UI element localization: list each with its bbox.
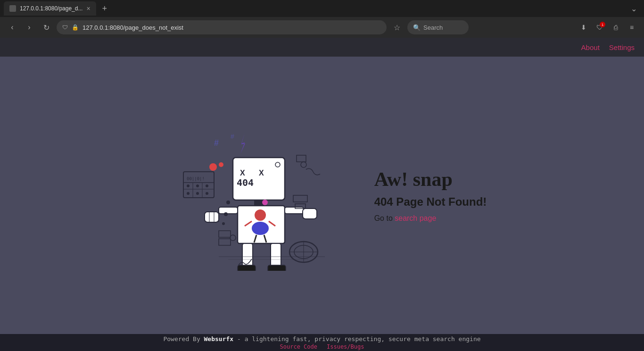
svg-point-13 (196, 184, 199, 187)
svg-rect-35 (285, 207, 304, 214)
nav-actions: ⬇ 🛡 1 ⎙ ≡ (577, 21, 638, 34)
menu-button[interactable]: ≡ (625, 21, 638, 34)
svg-text:X: X (259, 169, 264, 177)
svg-text:404: 404 (237, 177, 254, 188)
content-wrapper: # # 00||0|! (157, 120, 487, 271)
address-bar[interactable]: 🛡 🔒 127.0.0.1:8080/page_does_not_exist (57, 20, 387, 34)
error-title: Aw! snap (374, 168, 487, 191)
tab-list-button[interactable]: ⌄ (627, 2, 640, 15)
brand-name: Websurfx (204, 335, 234, 343)
svg-point-14 (206, 184, 208, 187)
shield-icon: 🛡 (62, 24, 68, 31)
svg-point-4 (209, 163, 217, 171)
svg-text:X: X (240, 169, 245, 177)
svg-rect-36 (303, 209, 317, 219)
browser-chrome: 127.0.0.1:8080/page_d... × + ⌄ ‹ › ↻ 🛡 🔒… (0, 0, 644, 38)
svg-text:#: # (214, 138, 219, 148)
svg-rect-0 (9, 5, 16, 12)
error-desc-prefix: Go to (374, 214, 395, 222)
svg-point-58 (262, 200, 268, 205)
svg-rect-31 (205, 212, 219, 222)
svg-point-16 (196, 192, 199, 195)
reload-button[interactable]: ↻ (40, 21, 53, 34)
powered-by-prefix: Powered By (163, 335, 204, 343)
svg-point-17 (206, 192, 208, 195)
svg-rect-39 (271, 243, 281, 267)
share-button[interactable]: ⎙ (609, 21, 622, 34)
error-text: Aw! snap 404 Page Not Found! Go to searc… (374, 168, 487, 223)
extension-button[interactable]: 🛡 1 (593, 21, 606, 34)
tab-bar: 127.0.0.1:8080/page_d... × + ⌄ (0, 0, 644, 17)
robot-svg: # # 00||0|! (157, 120, 337, 271)
svg-rect-42 (297, 155, 306, 162)
svg-rect-30 (219, 207, 238, 214)
settings-link[interactable]: Settings (609, 43, 635, 51)
search-text: Search (423, 24, 443, 31)
error-subtitle: 404 Page Not Found! (374, 195, 487, 209)
extension-badge: 1 (600, 22, 605, 27)
address-host: 127.0.0.1:8080/page_does_not_exist (83, 24, 183, 31)
search-page-link[interactable]: search page (395, 214, 436, 222)
address-text: 127.0.0.1:8080/page_does_not_exist (83, 24, 381, 31)
svg-point-45 (222, 222, 225, 225)
footer-line2: Source Code Issues/Bugs (280, 343, 364, 350)
svg-point-12 (187, 184, 190, 187)
svg-rect-54 (293, 195, 307, 202)
search-icon: 🔍 (413, 24, 421, 31)
tab-favicon-icon (9, 5, 16, 12)
forward-button[interactable]: › (23, 21, 36, 34)
footer: Powered By Websurfx - a lightening fast,… (0, 334, 644, 351)
svg-point-15 (187, 192, 190, 195)
footer-line1: Powered By Websurfx - a lightening fast,… (163, 335, 480, 343)
svg-rect-51 (219, 239, 231, 245)
svg-rect-40 (268, 265, 286, 271)
svg-rect-38 (238, 265, 256, 271)
tab-close-button[interactable]: × (86, 5, 90, 12)
svg-point-41 (301, 162, 306, 167)
issues-bugs-link[interactable]: Issues/Bugs (327, 343, 364, 350)
svg-point-5 (219, 162, 223, 167)
svg-point-24 (255, 209, 266, 221)
main-content: # # 00||0|! (0, 57, 644, 334)
svg-point-44 (224, 212, 228, 216)
about-link[interactable]: About (581, 43, 600, 51)
svg-text:#: # (231, 133, 234, 140)
svg-point-43 (226, 201, 230, 204)
svg-point-53 (230, 235, 236, 241)
bookmark-button[interactable]: ☆ (390, 21, 404, 34)
new-tab-button[interactable]: + (98, 2, 111, 15)
download-button[interactable]: ⬇ (577, 21, 590, 34)
back-button[interactable]: ‹ (6, 21, 19, 34)
svg-text:00||0|!: 00||0|! (187, 176, 205, 181)
tab-title: 127.0.0.1:8080/page_d... (20, 5, 83, 12)
svg-point-25 (252, 222, 269, 235)
nav-bar: ‹ › ↻ 🛡 🔒 127.0.0.1:8080/page_does_not_e… (0, 17, 644, 38)
app-nav: About Settings (0, 38, 644, 57)
error-description: Go to search page (374, 214, 487, 223)
search-bar[interactable]: 🔍 Search (407, 20, 469, 34)
svg-marker-3 (240, 133, 245, 154)
lock-icon: 🔒 (72, 24, 79, 31)
powered-by-suffix: - a lightening fast, privacy respecting,… (233, 335, 480, 343)
source-code-link[interactable]: Source Code (280, 343, 317, 350)
robot-illustration: # # 00||0|! (157, 120, 337, 271)
svg-rect-50 (219, 231, 231, 237)
active-tab[interactable]: 127.0.0.1:8080/page_d... × (4, 1, 96, 16)
